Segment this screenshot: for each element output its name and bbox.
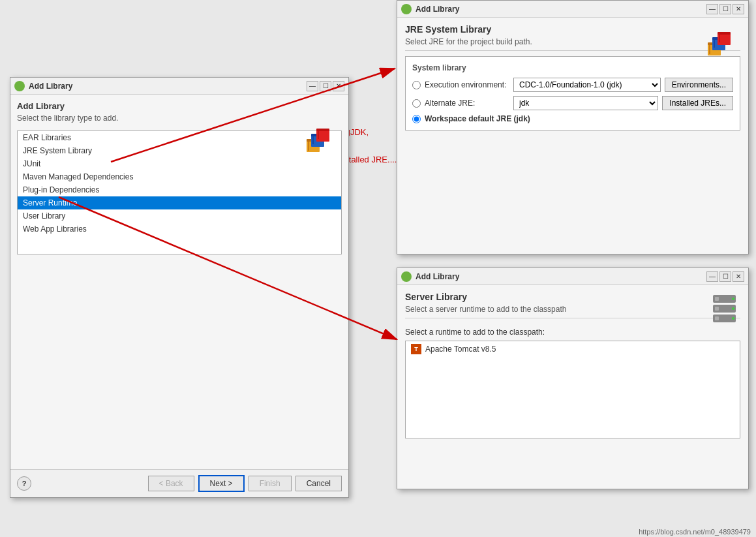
execution-env-radio[interactable]	[412, 81, 421, 89]
svg-rect-5	[316, 129, 329, 131]
server-section-subtitle: Select a server runtime to add to the cl…	[405, 305, 740, 314]
server-titlebar: Add Library — ☐ ✕	[397, 268, 748, 285]
alternate-jre-label: Alternate JRE:	[425, 99, 509, 108]
alternate-jre-dropdown[interactable]: jdk	[513, 96, 658, 110]
server-dialog: Add Library — ☐ ✕ Server Library Select …	[397, 268, 749, 489]
workspace-default-label: Workspace default JRE (jdk)	[425, 114, 530, 123]
list-item-user-library[interactable]: User Library	[18, 209, 341, 222]
url-bar: https://blog.csdn.net/m0_48939479	[633, 527, 756, 537]
list-item-maven[interactable]: Maven Managed Dependencies	[18, 170, 341, 183]
jre-books-icon	[704, 24, 740, 62]
svg-point-20	[732, 298, 734, 300]
server-dialog-title: Add Library	[416, 272, 459, 281]
section-title: Add Library	[17, 101, 342, 111]
jre-sts-icon	[401, 4, 412, 14]
dialog-controls: — ☐ ✕	[307, 81, 344, 91]
jre-restore-button[interactable]: ☐	[719, 4, 731, 14]
server-restore-button[interactable]: ☐	[719, 271, 731, 282]
runtime-item-tomcat[interactable]: T Apache Tomcat v8.5	[406, 341, 740, 357]
library-icon	[301, 121, 340, 157]
restore-button[interactable]: ☐	[320, 81, 331, 91]
cancel-button[interactable]: Cancel	[295, 476, 342, 491]
execution-env-label: Execution environment:	[425, 80, 509, 89]
dialog-footer: ? < Back Next > Finish Cancel	[10, 469, 348, 497]
server-sts-icon	[401, 271, 412, 282]
finish-button[interactable]: Finish	[249, 476, 292, 491]
list-item-plugin[interactable]: Plug-in Dependencies	[18, 183, 341, 196]
close-button[interactable]: ✕	[333, 81, 344, 91]
runtime-list: T Apache Tomcat v8.5	[405, 341, 740, 438]
alternate-jre-row: Alternate JRE: jdk Installed JREs...	[412, 96, 733, 110]
jre-titlebar: Add Library — ☐ ✕	[397, 1, 748, 18]
group-label: System library	[412, 63, 733, 72]
help-button[interactable]: ?	[17, 476, 31, 491]
jre-dialog: Add Library — ☐ ✕ JRE System Library Sel…	[397, 0, 749, 254]
installed-jres-button[interactable]: Installed JREs...	[662, 96, 733, 110]
server-body: Select a runtime to add to the classpath…	[397, 322, 748, 444]
section-subtitle: Select the library type to add.	[17, 114, 342, 123]
svg-rect-25	[715, 316, 719, 320]
server-header: Server Library Select a server runtime t…	[397, 285, 748, 318]
svg-point-26	[732, 317, 734, 320]
environments-button[interactable]: Environments...	[665, 78, 733, 92]
svg-point-23	[732, 307, 734, 310]
jre-section-subtitle: Select JRE for the project build path.	[405, 37, 740, 46]
list-item-jre[interactable]: JRE System Library	[18, 144, 341, 157]
server-icon	[708, 292, 740, 324]
svg-rect-19	[715, 297, 719, 301]
minimize-button[interactable]: —	[307, 81, 318, 91]
add-library-dialog: Add Library — ☐ ✕ Add Library Select the…	[10, 77, 349, 498]
jre-section-title: JRE System Library	[405, 24, 740, 35]
list-item-webapp[interactable]: Web App Libraries	[18, 222, 341, 236]
list-item-junit[interactable]: JUnit	[18, 157, 341, 170]
library-list: EAR Libraries JRE System Library JUnit M…	[17, 130, 342, 254]
jre-dialog-title: Add Library	[416, 5, 459, 14]
list-item-ear[interactable]: EAR Libraries	[18, 131, 341, 144]
sts-icon	[14, 81, 25, 91]
jre-minimize-button[interactable]: —	[706, 4, 718, 14]
jre-dialog-controls: — ☐ ✕	[706, 4, 744, 14]
tomcat-label: Apache Tomcat v8.5	[425, 345, 496, 354]
system-library-group: System library Execution environment: CD…	[405, 56, 740, 130]
list-item-server-runtime[interactable]: Server Runtime	[18, 196, 341, 209]
tomcat-icon: T	[411, 344, 421, 354]
server-dialog-controls: — ☐ ✕	[706, 271, 744, 282]
jre-titlebar-left: Add Library	[401, 4, 459, 14]
select-runtime-label: Select a runtime to add to the classpath…	[405, 328, 740, 337]
dialog-title-text: Add Library	[29, 82, 72, 91]
dialog-titlebar: Add Library — ☐ ✕	[10, 78, 348, 95]
workspace-default-radio[interactable]	[412, 115, 421, 123]
server-section-title: Server Library	[405, 292, 740, 302]
alternate-jre-radio[interactable]	[412, 99, 421, 108]
titlebar-left: Add Library	[14, 81, 72, 91]
execution-env-dropdown[interactable]: CDC-1.0/Foundation-1.0 (jdk)	[513, 78, 661, 92]
jre-close-button[interactable]: ✕	[733, 4, 744, 14]
svg-rect-22	[715, 307, 719, 311]
execution-env-row: Execution environment: CDC-1.0/Foundatio…	[412, 78, 733, 92]
svg-rect-14	[718, 32, 731, 35]
next-button[interactable]: Next >	[198, 475, 245, 492]
workspace-default-row: Workspace default JRE (jdk)	[412, 114, 733, 123]
jre-header: JRE System Library Select JRE for the pr…	[397, 18, 748, 50]
back-button[interactable]: < Back	[148, 476, 194, 491]
server-minimize-button[interactable]: —	[706, 271, 718, 282]
server-close-button[interactable]: ✕	[733, 271, 744, 282]
server-titlebar-left: Add Library	[401, 271, 459, 282]
